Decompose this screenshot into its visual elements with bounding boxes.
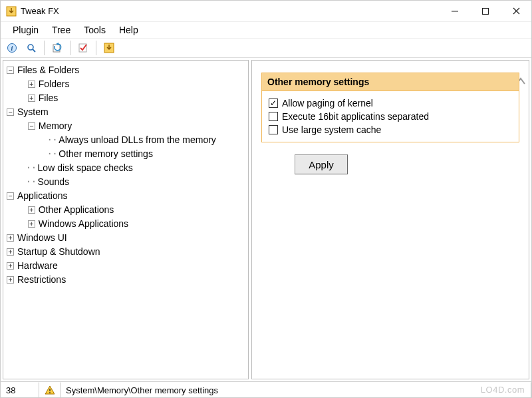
tree-item[interactable]: +Hardware bbox=[5, 259, 247, 273]
tree-item[interactable]: +Windows UI bbox=[5, 231, 247, 245]
tree-item-label: Startup & Shutdown bbox=[16, 245, 100, 259]
tree-item[interactable]: −Memory bbox=[5, 119, 247, 133]
toolbar-separator bbox=[96, 41, 96, 55]
tree-item[interactable]: ··Low disk space checks bbox=[5, 161, 247, 175]
tree-item[interactable]: +Startup & Shutdown bbox=[5, 245, 247, 259]
tree-collapse-icon[interactable]: − bbox=[7, 67, 14, 74]
status-count: 38 bbox=[1, 382, 39, 397]
svg-text:i: i bbox=[11, 45, 13, 52]
tree-expand-icon[interactable]: + bbox=[7, 248, 14, 256]
checkbox-label: Execute 16bit applicatins separated bbox=[282, 111, 429, 122]
svg-line-8 bbox=[33, 49, 35, 52]
tree-item-label: Folders bbox=[37, 77, 70, 91]
panel-body: ✓Allow paging of kernelExecute 16bit app… bbox=[262, 91, 519, 142]
checkbox[interactable] bbox=[269, 125, 278, 134]
tree-item[interactable]: −System bbox=[5, 105, 247, 119]
panel-title: Other memory settings bbox=[262, 73, 519, 91]
tree-item[interactable]: −Applications bbox=[5, 189, 247, 203]
tree-item-label: Low disk space checks bbox=[37, 161, 133, 175]
apply-button[interactable]: Apply bbox=[295, 154, 348, 174]
checkbox-row[interactable]: Execute 16bit applicatins separated bbox=[269, 110, 512, 123]
toolbar-separator bbox=[70, 41, 70, 55]
toolbar: i bbox=[1, 38, 531, 58]
svg-point-7 bbox=[28, 45, 33, 50]
close-button[interactable] bbox=[501, 1, 531, 21]
tree-collapse-icon[interactable]: − bbox=[7, 192, 14, 200]
tree-item-label: Other Applications bbox=[37, 203, 114, 217]
menu-plugin[interactable]: Plugin bbox=[7, 23, 44, 37]
tree-expand-icon[interactable]: + bbox=[28, 95, 35, 102]
menu-bar: Plugin Tree Tools Help bbox=[1, 22, 531, 38]
tree-item-label: Files bbox=[37, 91, 59, 105]
tree-item[interactable]: +Other Applications bbox=[5, 203, 247, 217]
maximize-button[interactable] bbox=[470, 1, 501, 21]
status-bar: 38 System\Memory\Other memory settings bbox=[1, 381, 531, 397]
minimize-button[interactable] bbox=[440, 1, 470, 21]
svg-rect-2 bbox=[483, 8, 489, 14]
toolbar-refresh-button[interactable] bbox=[49, 40, 66, 56]
watermark: LO4D.com bbox=[481, 385, 525, 395]
tree-item[interactable]: −Files & Folders bbox=[5, 63, 247, 77]
window-title: Tweak FX bbox=[21, 6, 59, 16]
tree-item-label: Windows UI bbox=[16, 231, 67, 245]
tree-item[interactable]: +Restrictions bbox=[5, 273, 247, 287]
checkbox-label: Allow paging of kernel bbox=[282, 98, 373, 108]
tree-item[interactable]: ··Sounds bbox=[5, 175, 247, 189]
checkbox-row[interactable]: ✓Allow paging of kernel bbox=[269, 97, 512, 110]
tree-item-label: Memory bbox=[37, 119, 72, 133]
tree-item[interactable]: ··Always unload DLLs from the memory bbox=[5, 133, 247, 147]
checkbox-label: Use large system cache bbox=[282, 124, 381, 135]
menu-tools[interactable]: Tools bbox=[78, 23, 111, 37]
checkbox[interactable] bbox=[269, 112, 278, 121]
tree-expand-icon[interactable]: + bbox=[28, 206, 35, 214]
window-controls bbox=[440, 1, 531, 21]
tree-item[interactable]: +Windows Applications bbox=[5, 217, 247, 231]
tree-expand-icon[interactable]: + bbox=[7, 262, 14, 270]
tree-item[interactable]: +Folders bbox=[5, 77, 247, 91]
tree-item[interactable]: +Files bbox=[5, 91, 247, 105]
tree-item[interactable]: ··Other memory settings bbox=[5, 147, 247, 161]
toolbar-separator bbox=[44, 41, 45, 55]
status-warning-icon bbox=[39, 382, 61, 397]
svg-point-13 bbox=[49, 392, 51, 393]
tree-pane[interactable]: −Files & Folders +Folders +Files−System … bbox=[3, 60, 249, 379]
content-area: −Files & Folders +Folders +Files−System … bbox=[1, 58, 531, 381]
tree-item-label: Windows Applications bbox=[37, 217, 128, 231]
toolbar-download-button[interactable] bbox=[100, 40, 118, 56]
tree-item-label: Files & Folders bbox=[16, 63, 79, 77]
tree-collapse-icon[interactable]: − bbox=[28, 122, 35, 130]
toolbar-check-button[interactable] bbox=[74, 40, 92, 56]
checkbox-row[interactable]: Use large system cache bbox=[269, 123, 512, 136]
toolbar-info-button[interactable]: i bbox=[3, 40, 21, 56]
tree-expand-icon[interactable]: + bbox=[28, 81, 35, 88]
tree-item-label: Restrictions bbox=[16, 273, 66, 287]
menu-tree[interactable]: Tree bbox=[47, 23, 76, 37]
app-icon bbox=[6, 6, 17, 17]
tree-collapse-icon[interactable]: − bbox=[7, 108, 14, 116]
tree-expand-icon[interactable]: + bbox=[28, 220, 35, 228]
settings-panel: Other memory settings ✓Allow paging of k… bbox=[261, 73, 519, 142]
toolbar-search-button[interactable] bbox=[23, 40, 40, 56]
titlebar: Tweak FX bbox=[1, 1, 531, 22]
tree-item-label: Always unload DLLs from the memory bbox=[57, 133, 216, 147]
tree-item-label: Hardware bbox=[16, 259, 58, 273]
menu-help[interactable]: Help bbox=[114, 23, 144, 37]
tree-expand-icon[interactable]: + bbox=[7, 234, 14, 242]
tree-item-label: Applications bbox=[16, 189, 68, 203]
tree-item-label: System bbox=[16, 105, 49, 119]
tree-item-label: Sounds bbox=[37, 175, 69, 189]
tree-expand-icon[interactable]: + bbox=[7, 276, 14, 284]
tree-item-label: Other memory settings bbox=[57, 147, 153, 161]
status-path: System\Memory\Other memory settings bbox=[61, 382, 531, 397]
checkbox[interactable]: ✓ bbox=[269, 99, 278, 108]
settings-pane: Other memory settings ✓Allow paging of k… bbox=[251, 60, 529, 379]
